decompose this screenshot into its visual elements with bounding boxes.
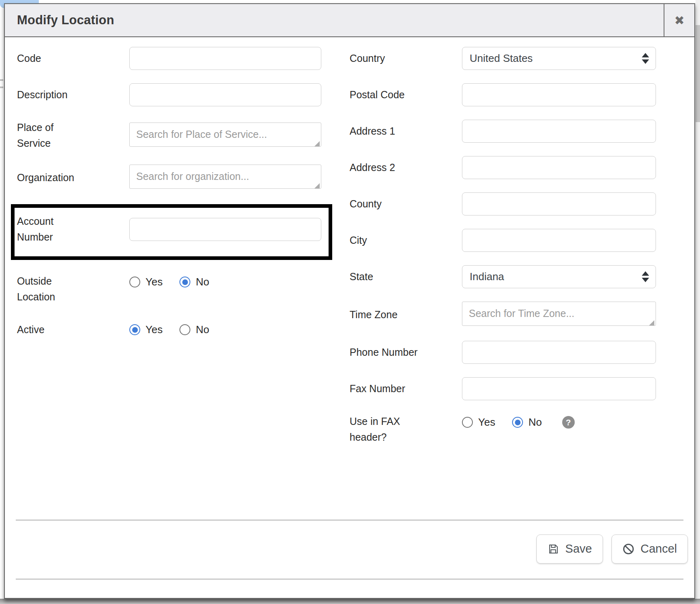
fax-number-input[interactable] <box>462 377 656 400</box>
state-label: State <box>350 269 462 285</box>
place-of-service-label: Place of Service <box>17 120 129 151</box>
radio-label: Yes <box>145 276 162 288</box>
resize-handle-icon[interactable] <box>649 320 654 325</box>
country-label: Country <box>350 51 462 66</box>
modal-header: Modify Location ✖ <box>5 4 694 37</box>
county-label: County <box>350 196 462 212</box>
address2-label: Address 2 <box>350 160 462 175</box>
modal-body: Code Description Place of Service <box>5 37 694 598</box>
radio-label: No <box>196 323 209 336</box>
county-input[interactable] <box>462 192 656 215</box>
address1-input[interactable] <box>462 120 656 143</box>
form-column-left: Code Description Place of Service <box>17 47 321 445</box>
save-button-label: Save <box>565 542 592 555</box>
outside-location-row: Outside Location Yes No <box>17 273 321 305</box>
background-page-fragment <box>0 79 3 88</box>
phone-number-input[interactable] <box>462 341 656 364</box>
modal-footer: Save Cancel <box>17 521 688 579</box>
cancel-button[interactable]: Cancel <box>611 534 688 564</box>
updown-arrows-icon <box>642 53 649 64</box>
use-in-fax-header-radio-group: Yes No ? <box>462 416 575 429</box>
place-of-service-search-input[interactable] <box>129 122 321 147</box>
postal-code-label: Postal Code <box>350 87 462 103</box>
address2-row: Address 2 <box>350 156 682 179</box>
save-button[interactable]: Save <box>536 534 603 564</box>
radio-icon <box>129 324 140 335</box>
help-icon[interactable]: ? <box>562 416 575 429</box>
account-number-highlight-annotation: Account Number <box>11 204 332 260</box>
form-column-right: Country United States Postal Code <box>350 47 682 445</box>
close-icon: ✖ <box>674 13 684 27</box>
time-zone-label: Time Zone <box>350 307 462 323</box>
country-select[interactable]: United States <box>462 47 656 70</box>
place-of-service-row: Place of Service <box>17 120 321 151</box>
city-input[interactable] <box>462 229 656 252</box>
description-label: Description <box>17 87 129 103</box>
modify-location-modal: Modify Location ✖ Code Description <box>4 3 695 599</box>
radio-label: Yes <box>478 416 495 429</box>
code-input[interactable] <box>129 47 321 70</box>
radio-icon <box>179 277 190 287</box>
country-select-value: United States <box>470 52 533 65</box>
resize-handle-icon[interactable] <box>314 141 320 146</box>
close-button[interactable]: ✖ <box>664 4 694 36</box>
description-input[interactable] <box>129 83 321 106</box>
phone-number-label: Phone Number <box>350 344 462 360</box>
account-number-row: Account Number <box>17 213 321 245</box>
county-row: County <box>350 192 682 215</box>
organization-search-input[interactable] <box>129 165 321 189</box>
resize-handle-icon[interactable] <box>314 183 320 188</box>
state-row: State Indiana <box>350 265 682 288</box>
code-row: Code <box>17 47 321 70</box>
outside-location-label: Outside Location <box>17 273 129 305</box>
radio-icon <box>179 324 190 335</box>
address1-row: Address 1 <box>350 120 682 143</box>
outside-location-yes-radio[interactable]: Yes <box>129 276 162 288</box>
state-select-value: Indiana <box>470 270 504 283</box>
country-row: Country United States <box>350 47 682 70</box>
organization-row: Organization <box>17 165 321 190</box>
use-in-fax-header-label: Use in FAX header? <box>350 414 462 445</box>
fax-number-row: Fax Number <box>350 377 682 400</box>
address1-label: Address 1 <box>350 123 462 139</box>
fax-number-label: Fax Number <box>350 381 462 397</box>
city-row: City <box>350 229 682 252</box>
help-icon-glyph: ? <box>566 418 571 427</box>
active-row: Active Yes No <box>17 318 321 341</box>
modal-drop-shadow <box>0 599 700 604</box>
active-radio-group: Yes No <box>129 323 226 336</box>
use-in-fax-header-no-radio[interactable]: No <box>512 416 542 429</box>
active-no-radio[interactable]: No <box>179 323 209 336</box>
radio-icon <box>462 417 473 428</box>
active-label: Active <box>17 322 129 338</box>
page-scrollbar-thumb[interactable] <box>696 25 700 122</box>
modal-title: Modify Location <box>5 13 114 27</box>
phone-number-row: Phone Number <box>350 341 682 364</box>
radio-icon <box>129 277 140 287</box>
cancel-button-label: Cancel <box>641 542 677 555</box>
code-label: Code <box>17 51 129 66</box>
active-yes-radio[interactable]: Yes <box>129 323 162 336</box>
postal-code-input[interactable] <box>462 83 656 106</box>
page: Modify Location ✖ Code Description <box>0 0 700 604</box>
cancel-ban-icon <box>622 543 635 555</box>
outside-location-radio-group: Yes No <box>129 276 226 288</box>
address2-input[interactable] <box>462 156 656 179</box>
postal-code-row: Postal Code <box>350 83 682 106</box>
account-number-input[interactable] <box>129 218 321 241</box>
radio-icon <box>512 417 523 428</box>
use-in-fax-header-yes-radio[interactable]: Yes <box>462 416 495 429</box>
account-number-label: Account Number <box>17 213 129 245</box>
outside-location-no-radio[interactable]: No <box>179 276 209 288</box>
save-floppy-icon <box>547 543 559 555</box>
radio-label: No <box>196 276 209 288</box>
time-zone-row: Time Zone <box>350 302 682 327</box>
description-row: Description <box>17 83 321 106</box>
radio-label: Yes <box>145 323 162 336</box>
city-label: City <box>350 232 462 248</box>
time-zone-search-input[interactable] <box>462 302 656 326</box>
updown-arrows-icon <box>642 271 649 282</box>
state-select[interactable]: Indiana <box>462 265 656 288</box>
footer-divider-bottom <box>16 579 683 580</box>
organization-label: Organization <box>17 170 129 186</box>
